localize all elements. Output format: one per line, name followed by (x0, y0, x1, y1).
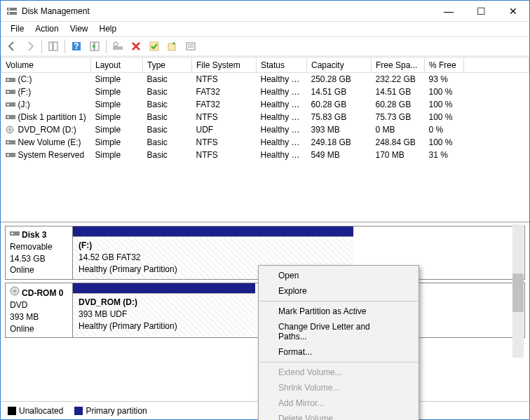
disk-name: Disk 3 (22, 230, 46, 240)
svg-rect-20 (7, 91, 9, 93)
table-row[interactable]: (F:)SimpleBasicFAT32Healthy (P...14.51 G… (1, 86, 529, 98)
ctx-explore[interactable]: Explore (259, 283, 419, 299)
ctx-mark-active[interactable]: Mark Partition as Active (259, 304, 419, 319)
checkmark-icon[interactable] (146, 39, 163, 54)
svg-rect-24 (7, 116, 9, 118)
close-button[interactable]: ✕ (497, 1, 529, 21)
svg-rect-28 (7, 142, 9, 143)
menubar: File Action View Help (1, 22, 529, 37)
col-status[interactable]: Status (257, 57, 307, 73)
toolbar-separator (64, 39, 65, 53)
minimize-button[interactable]: — (433, 1, 465, 21)
context-menu: Open Explore Mark Partition as Active Ch… (258, 265, 419, 420)
ctx-separator (259, 362, 418, 363)
col-type[interactable]: Type (143, 57, 192, 73)
svg-point-11 (114, 42, 118, 46)
partition-health: Healthy (Primary Partition) (79, 321, 177, 331)
delete-icon[interactable] (128, 39, 144, 54)
svg-text:?: ? (74, 41, 79, 51)
disk-state: Online (10, 265, 34, 275)
col-freespace[interactable]: Free Spa... (372, 57, 425, 73)
ctx-shrink-volume: Shrink Volume... (259, 380, 419, 395)
column-header-row: Volume Layout Type File System Status Ca… (1, 57, 529, 73)
scrollbar[interactable] (512, 224, 524, 358)
settings-icon[interactable] (109, 39, 126, 54)
svg-point-34 (14, 290, 16, 292)
partition-color-bar (73, 283, 255, 293)
partition-label: (F:) (79, 241, 92, 250)
disk-state: Online (10, 324, 34, 334)
maximize-button[interactable]: ☐ (465, 1, 497, 21)
col-volume[interactable]: Volume (1, 57, 91, 73)
ctx-extend-volume: Extend Volume... (259, 365, 419, 380)
ctx-format[interactable]: Format... (259, 344, 419, 360)
col-layout[interactable]: Layout (91, 57, 143, 73)
volume-icon (6, 126, 15, 134)
partition-color-bar (73, 226, 353, 236)
ctx-add-mirror: Add Mirror... (259, 395, 419, 411)
partition-health: Healthy (Primary Partition) (79, 264, 177, 274)
disk-info[interactable]: Disk 3 Removable 14.53 GB Online (6, 226, 73, 279)
volume-icon (6, 88, 15, 96)
partition-detail: 14.52 GB FAT32 (79, 252, 141, 262)
toolbar-separator (41, 39, 42, 53)
svg-rect-10 (113, 46, 123, 50)
table-row[interactable]: System ReservedSimpleBasicNTFSHealthy (S… (1, 149, 529, 161)
help-icon[interactable]: ? (68, 39, 85, 54)
svg-rect-14 (186, 43, 195, 50)
table-row[interactable]: New Volume (E:)SimpleBasicNTFSHealthy (P… (1, 136, 529, 149)
table-row[interactable]: (J:)SimpleBasicFAT32Healthy (P...60.28 G… (1, 98, 529, 111)
toolbar-separator (106, 39, 107, 53)
menu-help[interactable]: Help (94, 22, 123, 35)
col-capacity[interactable]: Capacity (307, 57, 372, 73)
col-filesystem[interactable]: File System (192, 57, 257, 73)
show-hide-icon[interactable] (45, 39, 62, 54)
disk-info[interactable]: CD-ROM 0 DVD 393 MB Online (6, 283, 73, 337)
refresh-icon[interactable] (86, 39, 103, 54)
disk-kind: Removable (10, 242, 53, 252)
partition-label: DVD_ROM (D:) (79, 297, 137, 307)
ctx-open[interactable]: Open (259, 268, 419, 283)
legend-unallocated: Unallocated (8, 406, 63, 416)
ctx-change-drive-letter[interactable]: Change Drive Letter and Paths... (259, 319, 419, 344)
svg-rect-12 (150, 42, 158, 50)
partition[interactable]: DVD_ROM (D:) 393 MB UDF Healthy (Primary… (73, 283, 255, 337)
volume-icon (6, 76, 15, 84)
partition-detail: 393 MB UDF (79, 309, 127, 319)
partition-body: DVD_ROM (D:) 393 MB UDF Healthy (Primary… (73, 293, 255, 337)
legend-primary: Primary partition (74, 406, 147, 416)
svg-rect-22 (7, 104, 9, 105)
menu-action[interactable]: Action (29, 22, 64, 35)
table-row[interactable]: (Disk 1 partition 1)SimpleBasicNTFSHealt… (1, 111, 529, 123)
svg-rect-2 (8, 8, 10, 10)
toolbar: ? (1, 37, 529, 57)
volume-list: Volume Layout Type File System Status Ca… (1, 57, 529, 222)
properties-icon[interactable] (182, 39, 199, 54)
menu-file[interactable]: File (5, 22, 29, 35)
scrollbar-thumb[interactable] (512, 273, 524, 312)
table-row[interactable]: DVD_ROM (D:)SimpleBasicUDFHealthy (P...3… (1, 123, 529, 136)
volume-icon (6, 138, 15, 147)
disk-size: 14.53 GB (10, 254, 46, 264)
disk-kind: DVD (10, 300, 27, 310)
titlebar: Disk Management — ☐ ✕ (1, 1, 529, 22)
svg-rect-18 (7, 79, 9, 81)
disk-partitions: DVD_ROM (D:) 393 MB UDF Healthy (Primary… (73, 283, 255, 337)
ctx-delete-volume: Delete Volume... (259, 411, 419, 420)
col-spacer (464, 57, 529, 73)
svg-rect-4 (49, 42, 53, 50)
svg-rect-32 (11, 233, 13, 234)
svg-rect-30 (7, 154, 9, 156)
window-title: Disk Management (22, 6, 433, 16)
menu-view[interactable]: View (64, 22, 94, 35)
dvd-icon (10, 288, 20, 298)
forward-button[interactable] (22, 39, 39, 54)
new-icon[interactable] (164, 39, 181, 54)
back-button[interactable] (4, 39, 20, 54)
disk-size: 393 MB (10, 312, 39, 322)
disk-name: CD-ROM 0 (22, 288, 63, 298)
disk-icon (10, 230, 20, 240)
col-pctfree[interactable]: % Free (425, 57, 464, 73)
table-row[interactable]: (C:)SimpleBasicNTFSHealthy (B...250.28 G… (1, 73, 529, 86)
svg-point-26 (8, 129, 10, 130)
